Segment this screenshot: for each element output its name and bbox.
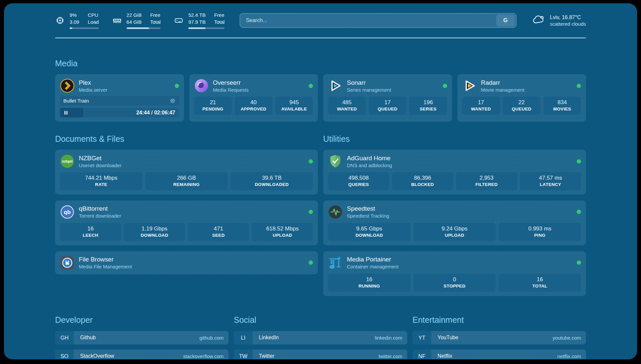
app-subtitle: Media File Management <box>79 264 132 269</box>
dashboard-panel: 9% CPU 3.09 Load 22 GiB Free <box>4 3 637 359</box>
bookmark-netflix[interactable]: NF Netflix netflix.com <box>412 349 586 359</box>
bookmark-abbr: NF <box>412 349 431 359</box>
app-name: Sonarr <box>347 79 391 86</box>
cloud-icon <box>532 13 545 28</box>
bookmark-name: LinkedIn <box>253 331 279 345</box>
weather-widget: Lviv, 16.87°C scattered clouds <box>532 13 586 28</box>
app-subtitle: DNS and adblocking <box>347 163 392 168</box>
speedtest-card[interactable]: Speedtest Speedtest Tracking 9.65 GbpsDO… <box>323 200 586 245</box>
gear-icon[interactable] <box>169 98 176 104</box>
svg-text:qb: qb <box>64 209 71 215</box>
status-dot <box>309 260 313 265</box>
disk-free-label: Free <box>214 12 225 18</box>
stat-box: 9.65 GbpsDOWNLOAD <box>328 223 411 241</box>
svg-text:nzbget: nzbget <box>62 160 73 163</box>
bookmark-url: youtube.com <box>553 331 586 345</box>
radarr-card[interactable]: Radarr Movie management 17WANTED 22QUEUE… <box>457 74 586 122</box>
stat-box: 485WANTED <box>328 97 366 115</box>
stat-box: 498,508QUERIES <box>328 172 389 190</box>
ram-progress-bar <box>127 27 161 29</box>
sonarr-card[interactable]: Sonarr Series management 485WANTED 17QUE… <box>323 74 452 122</box>
bookmark-abbr: LI <box>234 331 253 345</box>
stat-box: 945AVAILABLE <box>275 97 313 115</box>
bookmark-youtube[interactable]: YT YouTube youtube.com <box>412 331 586 345</box>
stat-box: 17WANTED <box>462 97 500 115</box>
bookmark-url: stackoverflow.com <box>183 349 229 359</box>
stat-box: 618.52 MbpsUPLOAD <box>252 223 313 241</box>
filebrowser-icon <box>60 256 75 270</box>
overseerr-icon <box>194 78 209 93</box>
section-social: Social LI LinkedIn linkedin.com TW Twitt… <box>234 315 407 359</box>
cpu-load: 3.09 <box>70 19 79 25</box>
ram-free-label: Free <box>150 12 161 18</box>
cpu-progress-bar <box>70 27 99 29</box>
cpu-icon <box>55 15 65 25</box>
search-engine-button[interactable]: G <box>496 15 515 26</box>
filebrowser-card[interactable]: File Browser Media File Management <box>55 251 318 274</box>
nzbget-card[interactable]: nzbget NZBGet Usenet downloader 744.21 M… <box>55 150 318 195</box>
overseerr-card[interactable]: Overseerr Media Requests 21PENDING 40APP… <box>189 74 318 122</box>
bookmark-name: Netflix <box>431 349 452 359</box>
section-title-social: Social <box>234 315 407 325</box>
search-input[interactable] <box>240 17 496 23</box>
stat-box: 16RUNNING <box>328 274 411 292</box>
status-dot <box>577 210 581 214</box>
header-divider <box>55 38 586 38</box>
plex-icon <box>60 78 75 93</box>
bookmark-abbr: GH <box>55 331 74 345</box>
playback-progress-bar[interactable]: 24:44 / 02:06:47 <box>60 108 179 117</box>
bookmark-abbr: SO <box>55 349 74 359</box>
pause-icon[interactable] <box>63 110 69 116</box>
ram-total: 64 GiB <box>127 19 142 25</box>
bookmark-url: twitter.com <box>379 349 407 359</box>
app-name: NZBGet <box>79 155 121 162</box>
bookmark-abbr: TW <box>234 349 253 359</box>
bookmark-name: Github <box>74 331 96 345</box>
app-subtitle: Movie management <box>481 87 525 93</box>
disk-progress-bar <box>188 27 225 29</box>
radarr-icon <box>462 78 477 93</box>
bookmark-stackoverflow[interactable]: SO StackOverflow stackoverflow.com <box>55 349 229 359</box>
cpu-label: CPU <box>88 12 99 18</box>
cpu-widget: 9% CPU 3.09 Load <box>55 12 99 29</box>
stat-box: 86,396BLOCKED <box>392 172 453 190</box>
bookmark-url: netflix.com <box>557 349 586 359</box>
stat-box: 39.6 TBDOWNLOADED <box>230 172 313 190</box>
bookmark-abbr: YT <box>412 331 431 345</box>
bookmark-github[interactable]: GH Github github.com <box>55 331 229 345</box>
plex-card[interactable]: Plex Media server Bullet Train <box>55 74 184 122</box>
ram-free: 22 GiB <box>127 12 142 18</box>
stat-box: 9.24 GbpsUPLOAD <box>413 223 496 241</box>
qbittorrent-icon: qb <box>60 205 75 219</box>
disk-icon <box>174 15 184 25</box>
bookmark-linkedin[interactable]: LI LinkedIn linkedin.com <box>234 331 407 345</box>
status-dot <box>577 260 581 265</box>
portainer-icon <box>328 256 343 270</box>
cpu-load-label: Load <box>88 19 99 25</box>
app-name: Overseerr <box>213 79 249 86</box>
app-subtitle: Torrent downloader <box>79 213 121 219</box>
portainer-card[interactable]: Media Portainer Container management 16R… <box>323 251 586 296</box>
stat-box: 16TOTAL <box>499 274 581 292</box>
status-dot <box>443 84 447 88</box>
system-stats: 9% CPU 3.09 Load 22 GiB Free <box>55 12 225 29</box>
stat-box: 21PENDING <box>194 97 232 115</box>
cpu-usage: 9% <box>70 12 79 18</box>
disk-total: 97.9 TB <box>188 19 205 25</box>
topbar: 9% CPU 3.09 Load 22 GiB Free <box>55 12 586 29</box>
section-entertainment: Entertainment YT YouTube youtube.com NF … <box>412 315 586 359</box>
qbittorrent-card[interactable]: qb qBittorrent Torrent downloader 16LEEC… <box>55 200 318 245</box>
section-title-media: Media <box>55 59 586 68</box>
bookmark-twitter[interactable]: TW Twitter twitter.com <box>234 349 407 359</box>
now-playing-title: Bullet Train <box>63 98 89 104</box>
bookmark-url: github.com <box>199 331 229 345</box>
section-title-entertainment: Entertainment <box>412 315 586 325</box>
section-documents-files: Documents & Files nzbget NZBGet Usenet d… <box>55 134 318 296</box>
stat-box: 0.993 msPING <box>499 223 581 241</box>
section-utilities: Utilities AdGuard Home DNS and adblockin <box>323 134 586 296</box>
stat-box: 40APPROVED <box>235 97 272 115</box>
section-title-utilities: Utilities <box>323 134 586 144</box>
stat-box: 2,953FILTERED <box>456 172 517 190</box>
app-subtitle: Series management <box>347 87 391 93</box>
adguard-card[interactable]: AdGuard Home DNS and adblocking 498,508Q… <box>323 150 586 195</box>
